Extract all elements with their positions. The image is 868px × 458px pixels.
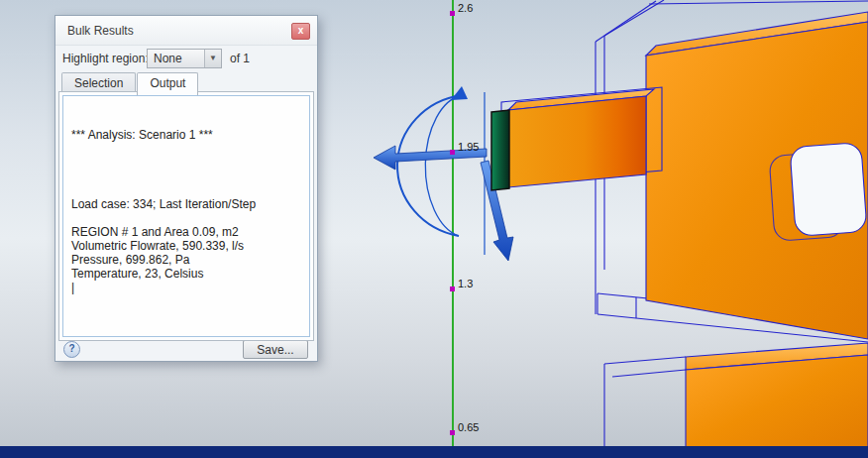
- output-line: Load case: 334; Last Iteration/Step: [71, 197, 301, 211]
- output-line: [71, 183, 301, 197]
- tick-dot: [450, 430, 455, 435]
- output-line: [71, 114, 301, 128]
- dialog-footer: ? Save...: [55, 341, 317, 361]
- dialog-titlebar[interactable]: Bulk Results x: [55, 16, 317, 46]
- rotation-annotation: [397, 92, 485, 255]
- chevron-down-icon: ▼: [204, 50, 221, 67]
- tick-label: 1.3: [458, 278, 473, 289]
- dialog-title: Bulk Results: [67, 24, 134, 38]
- tick-label: 2.6: [458, 2, 473, 14]
- output-cursor: |: [71, 281, 301, 294]
- bottom-strip: [0, 446, 868, 458]
- save-button[interactable]: Save...: [243, 340, 308, 359]
- axis-tick-labels: 2.6 1.95 1.3 0.65: [458, 2, 479, 433]
- model-inlet-duct: [501, 87, 662, 187]
- help-icon[interactable]: ?: [63, 341, 80, 358]
- inlet-face: [491, 110, 509, 190]
- output-line: Temperature, 23, Celsius: [71, 267, 301, 281]
- output-text-area[interactable]: *** Analysis: Scenario 1 *** Load case: …: [62, 95, 310, 337]
- output-line: *** Analysis: Scenario 1 ***: [71, 128, 301, 142]
- output-line: Pressure, 699.862, Pa: [71, 253, 301, 267]
- output-line: [71, 170, 301, 183]
- region-count-label: of 1: [230, 52, 250, 65]
- model-main-block: [646, 12, 868, 339]
- dialog-tabs: Selection Output: [61, 72, 199, 92]
- output-line: [71, 100, 301, 114]
- close-button[interactable]: x: [291, 23, 310, 40]
- tick-dot: [450, 286, 455, 291]
- model-bottom-block: [686, 343, 868, 447]
- output-line: [71, 211, 301, 225]
- highlight-region-row: Highlight region: None ▼ of 1: [55, 46, 317, 72]
- output-line: REGION # 1 and Area 0.09, m2: [71, 225, 301, 239]
- output-line: [71, 142, 301, 156]
- tick-dot: [450, 150, 455, 155]
- highlight-region-dropdown[interactable]: None ▼: [147, 49, 222, 68]
- output-panel: *** Analysis: Scenario 1 *** Load case: …: [58, 91, 314, 341]
- tab-output[interactable]: Output: [137, 72, 198, 95]
- dropdown-selected-value: None: [148, 50, 204, 67]
- highlight-region-label: Highlight region:: [62, 52, 149, 65]
- output-line: Volumetric Flowrate, 590.339, l/s: [71, 239, 301, 253]
- tick-label: 1.95: [458, 141, 479, 153]
- tick-label: 0.65: [458, 421, 479, 433]
- bulk-results-dialog: Bulk Results x Highlight region: None ▼ …: [54, 15, 318, 362]
- hole-cutout: [790, 143, 867, 237]
- tick-dot: [450, 11, 455, 16]
- tab-selection[interactable]: Selection: [61, 72, 136, 93]
- output-line: [71, 156, 301, 170]
